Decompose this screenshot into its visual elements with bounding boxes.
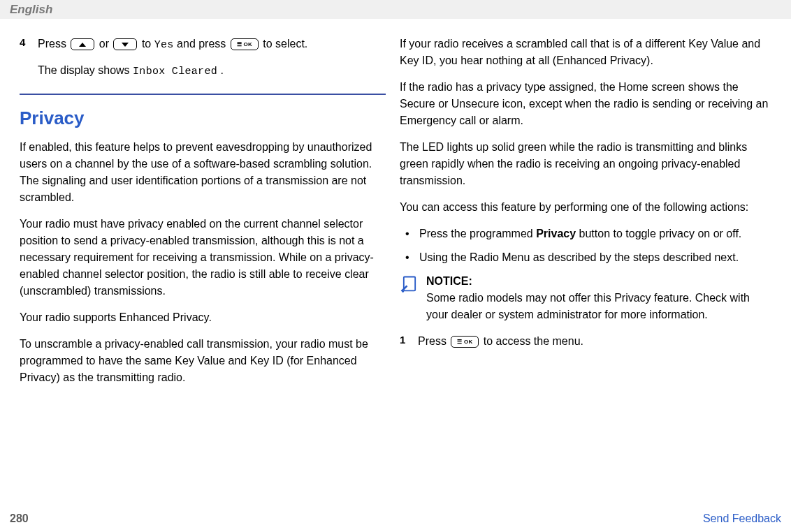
step-1: 1 Press ☰ OK to access the menu.	[400, 333, 769, 358]
content-area: 4 Press or to Yes and press ☰ OK to sele…	[0, 19, 791, 396]
down-arrow-button-icon	[113, 38, 137, 50]
header-language: English	[10, 3, 52, 16]
mono-inbox-cleared: Inbox Cleared	[133, 66, 217, 77]
up-arrow-button-icon	[71, 38, 94, 50]
notice-block: NOTICE: Some radio models may not offer …	[400, 273, 769, 323]
privacy-p4: To unscramble a privacy-enabled call tra…	[20, 336, 386, 386]
step4-line2: The display shows Inbox Cleared .	[38, 62, 386, 80]
text: and press	[177, 38, 229, 50]
list-item: Press the programmed Privacy button to t…	[404, 226, 769, 242]
right-p2: If the radio has a privacy type assigned…	[400, 79, 769, 129]
text: to select.	[263, 38, 307, 50]
page-number: 280	[10, 512, 29, 525]
section-divider	[20, 94, 386, 95]
bullet-list: Press the programmed Privacy button to t…	[400, 226, 769, 266]
notice-icon	[400, 273, 426, 297]
list-item: Using the Radio Menu as described by the…	[404, 249, 769, 266]
text: to	[142, 38, 154, 50]
text: or	[99, 38, 113, 50]
privacy-p3: Your radio supports Enhanced Privacy.	[20, 309, 386, 326]
page-footer: 280 Send Feedback	[10, 512, 781, 525]
step-4: 4 Press or to Yes and press ☰ OK to sele…	[20, 36, 386, 88]
text: Press	[38, 38, 69, 50]
mono-yes: Yes	[154, 39, 174, 51]
ok-button-icon: ☰ OK	[451, 336, 479, 348]
left-column: 4 Press or to Yes and press ☰ OK to sele…	[10, 26, 393, 396]
privacy-bold: Privacy	[536, 228, 576, 239]
notice-text: Some radio models may not offer this Pri…	[426, 290, 769, 323]
notice-body: NOTICE: Some radio models may not offer …	[426, 273, 769, 323]
text: button to toggle privacy on or off.	[576, 228, 741, 239]
text: .	[220, 64, 223, 76]
text: Press the programmed	[419, 228, 536, 239]
step-body: Press ☰ OK to access the menu.	[418, 333, 769, 358]
text: to access the menu.	[484, 335, 583, 347]
right-column: If your radio receives a scrambled call …	[393, 26, 776, 396]
privacy-heading: Privacy	[20, 108, 386, 129]
right-p1: If your radio receives a scrambled call …	[400, 36, 769, 69]
step-number: 4	[20, 36, 38, 48]
step1-line: Press ☰ OK to access the menu.	[418, 333, 769, 350]
right-p3: The LED lights up solid green while the …	[400, 139, 769, 189]
ok-button-icon: ☰ OK	[231, 38, 259, 50]
privacy-p1: If enabled, this feature helps to preven…	[20, 139, 386, 206]
step4-line1: Press or to Yes and press ☰ OK to select…	[38, 36, 386, 54]
page-header: English	[0, 0, 791, 19]
step-number: 1	[400, 333, 418, 346]
step-body: Press or to Yes and press ☰ OK to select…	[38, 36, 386, 88]
text: Press	[418, 335, 449, 347]
notice-title: NOTICE:	[426, 273, 769, 290]
right-p4: You can access this feature by performin…	[400, 199, 769, 216]
send-feedback-link[interactable]: Send Feedback	[703, 512, 781, 525]
privacy-p2: Your radio must have privacy enabled on …	[20, 216, 386, 300]
text: The display shows	[38, 64, 133, 76]
